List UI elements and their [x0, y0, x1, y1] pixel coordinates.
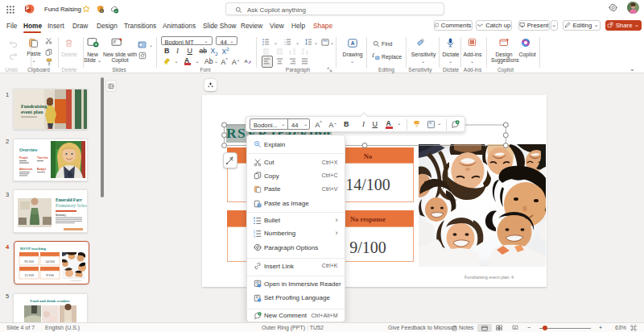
svg-text:Fundraising: Fundraising [21, 103, 47, 109]
svg-text:P: P [26, 6, 30, 11]
svg-text:Food and drink vendors: Food and drink vendors [30, 299, 70, 303]
svg-text:Time line: Time line [37, 156, 48, 160]
svg-text:Overview: Overview [19, 147, 38, 152]
svg-text:Summary: Summary [56, 214, 66, 217]
svg-text:event plan: event plan [21, 109, 43, 114]
svg-text:Elementary School: Elementary School [56, 203, 87, 208]
svg-text:People: People [19, 156, 28, 160]
svg-text:A: A [351, 40, 355, 46]
svg-text:14/100: 14/100 [45, 259, 55, 264]
svg-text:1: 1 [284, 39, 286, 41]
svg-text:Admission: Admission [19, 168, 32, 171]
svg-text:Emerald Farr: Emerald Farr [56, 197, 82, 202]
svg-text:91/100: 91/100 [24, 259, 34, 264]
svg-text:A: A [244, 58, 248, 64]
svg-text:2: 2 [284, 41, 286, 44]
svg-text:Fundraising 4: Fundraising 4 [70, 280, 83, 282]
svg-text:RSVP tracking: RSVP tracking [20, 247, 47, 251]
svg-text:9/100: 9/100 [46, 273, 54, 277]
svg-text:Budget: Budget [37, 168, 47, 171]
svg-text:15/100: 15/100 [24, 273, 34, 277]
svg-text:3: 3 [284, 44, 286, 45]
svg-text:3: 3 [254, 234, 255, 237]
